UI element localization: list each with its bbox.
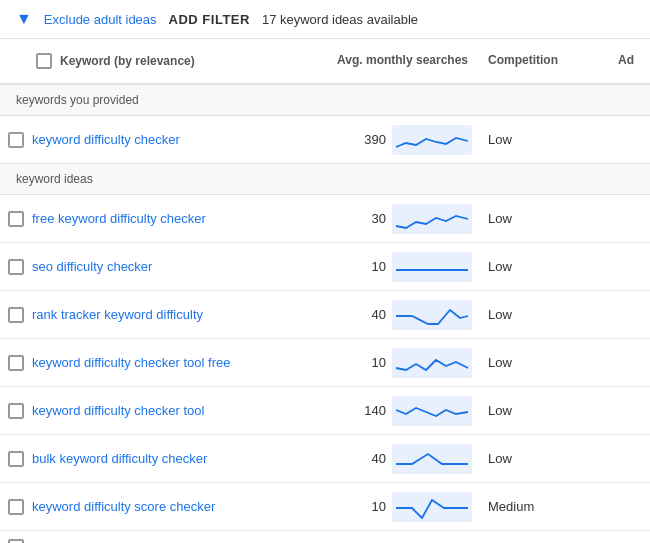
table-row: bulk keyword difficulty checker 40 Low — [0, 435, 650, 483]
row-checkbox[interactable] — [8, 132, 24, 148]
ad-cell — [610, 403, 650, 419]
ad-cell — [610, 132, 650, 148]
table-header: Keyword (by relevance) Avg. monthly sear… — [0, 39, 650, 85]
row-checkbox[interactable] — [8, 307, 24, 323]
avg-value: 40 — [372, 307, 386, 322]
keyword-cell: keyword difficulty checker tool — [0, 395, 300, 427]
add-filter-button[interactable]: ADD FILTER — [169, 12, 250, 27]
toolbar: ▼ Exclude adult ideas ADD FILTER 17 keyw… — [0, 0, 650, 39]
header-keyword: Keyword (by relevance) — [60, 54, 195, 68]
header-checkbox[interactable] — [36, 53, 52, 69]
keyword-text[interactable]: bulk keyword difficulty checker — [32, 451, 207, 466]
row-checkbox[interactable] — [8, 539, 24, 543]
keyword-cell: rank tracker keyword difficulty — [0, 299, 300, 331]
avg-value: 30 — [372, 211, 386, 226]
filter-icon: ▼ — [16, 10, 32, 28]
competition-cell: Medium — [480, 491, 610, 522]
keyword-text[interactable]: keyword difficulty checker tool — [32, 403, 204, 418]
ad-cell — [610, 211, 650, 227]
row-checkbox[interactable] — [8, 355, 24, 371]
available-count: 17 keyword ideas available — [262, 12, 418, 27]
sparkline-chart — [392, 444, 472, 474]
avg-search-cell: 390 — [300, 117, 480, 163]
sparkline-chart — [392, 300, 472, 330]
ad-cell — [610, 499, 650, 515]
table-row: keyword difficulty checker tool 140 Low — [0, 387, 650, 435]
avg-search-cell: 10 — [300, 484, 480, 530]
avg-search-cell: 10 — [300, 244, 480, 290]
table-row: keyword difficulty checker tool free 10 … — [0, 339, 650, 387]
ad-cell — [610, 307, 650, 323]
avg-search-cell — [300, 539, 480, 543]
row-checkbox[interactable] — [8, 259, 24, 275]
exclude-adult-link[interactable]: Exclude adult ideas — [44, 12, 157, 27]
header-ad: Ad — [610, 49, 650, 73]
keyword-cell: bulk keyword difficulty checker — [0, 443, 300, 475]
svg-rect-6 — [392, 396, 472, 426]
avg-search-cell: 30 — [300, 196, 480, 242]
competition-cell: Low — [480, 443, 610, 474]
keyword-cell: free keyword difficulty checker — [0, 203, 300, 235]
keyword-text[interactable]: keyword difficulty checker — [32, 132, 180, 147]
header-avg: Avg. monthly searches — [300, 49, 480, 73]
avg-value: 140 — [364, 403, 386, 418]
keyword-text[interactable]: keyword difficulty checker tool free — [32, 355, 230, 370]
ad-cell — [610, 259, 650, 275]
svg-rect-4 — [392, 300, 472, 330]
competition-cell: Low — [480, 203, 610, 234]
table-row: free keyword difficulty checker 30 Low — [0, 195, 650, 243]
keyword-text[interactable]: free keyword difficulty checker — [32, 211, 206, 226]
keyword-cell: seo difficulty checker — [0, 251, 300, 283]
row-checkbox[interactable] — [8, 451, 24, 467]
avg-search-cell: 140 — [300, 388, 480, 434]
sparkline-chart — [392, 252, 472, 282]
competition-cell: Low — [480, 251, 610, 282]
sparkline-chart — [392, 348, 472, 378]
competition-cell: Low — [480, 395, 610, 426]
keyword-cell: keyword difficulty checker tool free — [0, 347, 300, 379]
ad-cell — [610, 451, 650, 467]
table-row: keyword difficulty checker 390 Low — [0, 116, 650, 164]
keyword-text[interactable]: rank tracker keyword difficulty — [32, 307, 203, 322]
avg-search-cell: 40 — [300, 436, 480, 482]
sparkline-chart — [392, 204, 472, 234]
competition-cell — [480, 539, 610, 543]
avg-value: 40 — [372, 451, 386, 466]
table-row: seo difficulty checker 10 Low — [0, 243, 650, 291]
section-ideas: keyword ideas — [0, 164, 650, 195]
keyword-cell: keyword difficulty score checker — [0, 491, 300, 523]
svg-rect-2 — [392, 252, 472, 282]
section-provided: keywords you provided — [0, 85, 650, 116]
svg-rect-1 — [392, 204, 472, 234]
avg-value: 10 — [372, 355, 386, 370]
table-row — [0, 531, 650, 543]
ad-cell — [610, 539, 650, 543]
keyword-text[interactable]: keyword difficulty score checker — [32, 499, 215, 514]
row-checkbox[interactable] — [8, 499, 24, 515]
sparkline-chart — [392, 396, 472, 426]
table-row: rank tracker keyword difficulty 40 Low — [0, 291, 650, 339]
avg-value: 390 — [364, 132, 386, 147]
ad-cell — [610, 355, 650, 371]
keyword-text[interactable]: seo difficulty checker — [32, 259, 152, 274]
header-competition: Competition — [480, 49, 610, 73]
row-checkbox[interactable] — [8, 403, 24, 419]
avg-value: 10 — [372, 499, 386, 514]
avg-value: 10 — [372, 259, 386, 274]
table-row: keyword difficulty score checker 10 Medi… — [0, 483, 650, 531]
row-checkbox[interactable] — [8, 211, 24, 227]
svg-rect-8 — [392, 492, 472, 522]
avg-search-cell: 10 — [300, 340, 480, 386]
svg-rect-7 — [392, 444, 472, 474]
keyword-cell — [0, 531, 300, 543]
keyword-cell: keyword difficulty checker — [0, 124, 300, 156]
avg-search-cell: 40 — [300, 292, 480, 338]
competition-cell: Low — [480, 347, 610, 378]
sparkline-chart — [392, 125, 472, 155]
competition-cell: Low — [480, 299, 610, 330]
competition-cell: Low — [480, 124, 610, 155]
sparkline-chart — [392, 492, 472, 522]
